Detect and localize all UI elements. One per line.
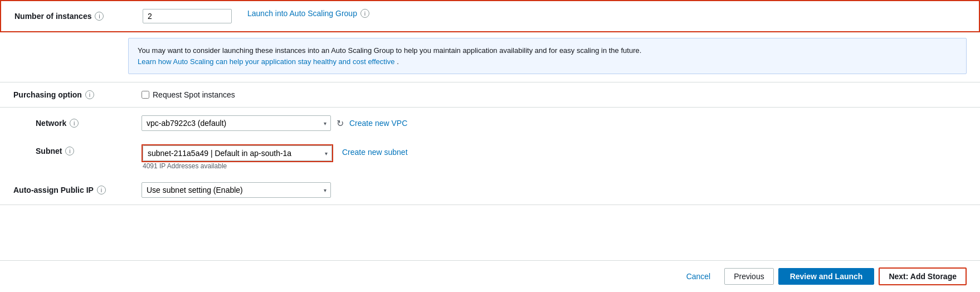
autoassign-label-text: Auto-assign Public IP <box>13 186 94 194</box>
create-vpc-link[interactable]: Create new VPC <box>349 119 407 128</box>
purchasing-option-row: Purchasing option i Request Spot instanc… <box>0 82 980 108</box>
purchasing-info-icon[interactable]: i <box>85 90 94 99</box>
autoscaling-info-text: i <box>364 10 365 17</box>
autoscaling-learn-link[interactable]: Learn how Auto Scaling can help your app… <box>138 57 397 66</box>
cancel-button[interactable]: Cancel <box>677 268 720 285</box>
network-content: vpc-ab7922c3 (default) ▾ ↻ Create new VP… <box>142 115 407 131</box>
autoassign-info-text: i <box>101 187 102 193</box>
autoscaling-link-text: Launch into Auto Scaling Group <box>247 9 357 18</box>
page-wrapper: Number of instances i Launch into Auto S… <box>0 0 980 292</box>
network-refresh-icon[interactable]: ↻ <box>337 118 344 129</box>
number-of-instances-label: Number of instances i <box>14 12 143 21</box>
network-label: Network i <box>13 119 142 128</box>
network-info-text: i <box>74 120 75 126</box>
footer: Cancel Previous Review and Launch Next: … <box>0 260 980 292</box>
info-icon-text: i <box>99 13 100 20</box>
subnet-info-icon[interactable]: i <box>65 147 74 155</box>
autoassign-label: Auto-assign Public IP i <box>13 186 142 194</box>
subnet-select-and-ip: subnet-211a5a49 | Default in ap-south-1a… <box>142 144 333 170</box>
subnet-row: Subnet i subnet-211a5a49 | Default in ap… <box>0 139 980 176</box>
info-section: You may want to consider launching these… <box>0 32 980 82</box>
review-and-launch-button[interactable]: Review and Launch <box>778 268 875 285</box>
autoassign-select[interactable]: Use subnet setting (Enable) <box>142 182 331 198</box>
purchasing-label: Purchasing option i <box>13 90 142 99</box>
number-of-instances-section: Number of instances i Launch into Auto S… <box>0 0 980 32</box>
create-subnet-link-text: Create new subnet <box>342 148 408 157</box>
autoscaling-info-icon[interactable]: i <box>360 9 369 18</box>
purchasing-content: Request Spot instances <box>142 90 235 99</box>
create-subnet-link[interactable]: Create new subnet <box>342 144 408 157</box>
spot-instances-text: Request Spot instances <box>153 90 235 99</box>
subnet-select-border: subnet-211a5a49 | Default in ap-south-1a… <box>142 144 333 162</box>
number-of-instances-info-icon[interactable]: i <box>95 12 104 21</box>
autoassign-select-wrapper: Use subnet setting (Enable) ▾ <box>142 182 331 198</box>
spot-instances-checkbox[interactable] <box>142 91 149 99</box>
network-info-icon[interactable]: i <box>70 119 79 128</box>
network-select-wrapper: vpc-ab7922c3 (default) ▾ <box>142 115 331 131</box>
subnet-select[interactable]: subnet-211a5a49 | Default in ap-south-1a <box>143 145 332 161</box>
subnet-info-text: i <box>69 148 70 154</box>
spot-instances-label[interactable]: Request Spot instances <box>142 90 235 99</box>
network-row: Network i vpc-ab7922c3 (default) ▾ ↻ Cre… <box>0 108 980 139</box>
network-label-text: Network <box>36 119 66 128</box>
previous-button[interactable]: Previous <box>724 268 773 285</box>
info-box-period: . <box>397 57 399 66</box>
subnet-label-text: Subnet <box>36 147 62 155</box>
subnet-content: subnet-211a5a49 | Default in ap-south-1a… <box>142 144 408 170</box>
autoscaling-link[interactable]: Launch into Auto Scaling Group i <box>247 9 369 18</box>
content-spacer <box>0 205 980 260</box>
network-select[interactable]: vpc-ab7922c3 (default) <box>142 115 331 131</box>
subnet-label: Subnet i <box>13 144 142 155</box>
autoassign-row: Auto-assign Public IP i Use subnet setti… <box>0 176 980 205</box>
create-vpc-link-text: Create new VPC <box>349 119 407 128</box>
instances-label-text: Number of instances <box>14 12 91 21</box>
learn-link-text: Learn how Auto Scaling can help your app… <box>138 57 395 66</box>
instances-input[interactable] <box>143 9 232 23</box>
instances-field-content: Launch into Auto Scaling Group i <box>143 9 966 23</box>
next-add-storage-button[interactable]: Next: Add Storage <box>879 267 967 285</box>
purchasing-label-text: Purchasing option <box>13 90 82 99</box>
ip-available-text: 4091 IP Addresses available <box>142 162 333 170</box>
autoassign-info-icon[interactable]: i <box>97 186 106 194</box>
info-box: You may want to consider launching these… <box>128 38 967 74</box>
subnet-select-wrapper: subnet-211a5a49 | Default in ap-south-1a… <box>143 145 332 161</box>
purchasing-info-text: i <box>89 91 90 98</box>
info-box-text: You may want to consider launching these… <box>138 46 641 55</box>
